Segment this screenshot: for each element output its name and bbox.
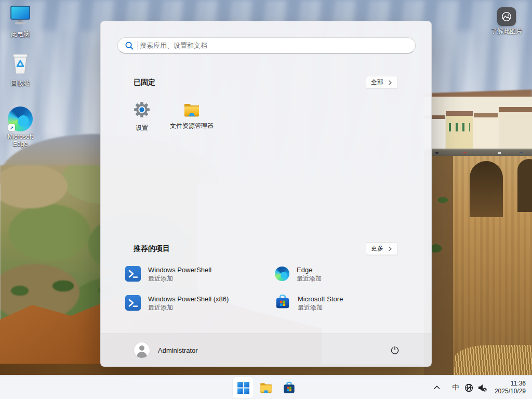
globe-no-network-icon: [464, 383, 474, 393]
taskbar-clock[interactable]: 11:36 2025/10/29: [495, 380, 526, 395]
file-explorer-icon: [259, 381, 273, 394]
network-status[interactable]: [462, 379, 476, 396]
pinned-item-label: 文件资源管理器: [170, 122, 214, 129]
pinned-grid: 设置 文件资源管理器: [117, 97, 217, 140]
recommended-item-sublabel: 最近添加: [148, 303, 229, 312]
shortcut-arrow-icon: ↗: [8, 124, 15, 131]
wallpaper-town: [424, 97, 532, 149]
pinned-item-label: 设置: [136, 124, 148, 131]
this-pc-icon: [8, 5, 32, 29]
start-menu: 已固定 全部: [100, 21, 432, 367]
recommended-item-sublabel: 最近添加: [148, 274, 211, 283]
tray-overflow-button[interactable]: [429, 379, 445, 396]
avatar[interactable]: [134, 342, 150, 358]
wallpaper-grass: [454, 345, 532, 376]
system-tray: 中 11:36 2025/10/29: [429, 376, 532, 399]
file-explorer-icon: [183, 101, 201, 118]
chevron-right-icon: [388, 246, 393, 251]
clock-time: 11:36: [495, 380, 526, 388]
spotlight-picture-icon: [497, 7, 516, 26]
wallpaper-road: [424, 149, 532, 156]
recommended-item-edge[interactable]: Edge 最近添加: [269, 259, 418, 288]
taskbar-center: [233, 377, 299, 398]
wallpaper-building: [499, 107, 532, 149]
microsoft-store-icon: [275, 294, 290, 312]
taskbar: 中 11:36 2025/10/29: [0, 375, 532, 399]
desktop: 此电脑 回收站 ↗ Microsoft Edge 了解此图片: [0, 0, 532, 399]
pinned-item-settings[interactable]: 设置: [117, 97, 167, 140]
recommended-item-label: Edge: [297, 265, 322, 274]
desktop-icon-spotlight[interactable]: 了解此图片: [487, 7, 526, 35]
wallpaper-building: [474, 113, 498, 149]
desktop-icon-label: 回收站: [11, 79, 30, 87]
search-input[interactable]: [117, 37, 416, 54]
recommended-title: 推荐的项目: [134, 244, 170, 254]
taskbar-microsoft-store-button[interactable]: [278, 377, 299, 398]
volume-muted-icon: [477, 383, 487, 393]
pinned-all-button[interactable]: 全部: [366, 76, 398, 89]
recommended-section-header: 推荐的项目 更多: [134, 242, 398, 255]
recommended-item-sublabel: 最近添加: [298, 303, 343, 312]
clock-date: 2025/10/29: [495, 388, 526, 395]
recommended-item-label: Windows PowerShell: [148, 265, 211, 274]
ime-indicator[interactable]: 中: [449, 379, 462, 396]
powershell-icon: [125, 266, 141, 282]
user-name[interactable]: Administrator: [158, 347, 198, 354]
power-button[interactable]: [385, 341, 404, 360]
start-search: [117, 37, 416, 54]
recommended-item-label: Microsoft Store: [298, 295, 343, 303]
desktop-icon-this-pc[interactable]: 此电脑: [1, 5, 40, 38]
chevron-right-icon: [388, 80, 393, 85]
desktop-icon-label: Microsoft Edge: [1, 133, 40, 148]
windows-start-icon: [237, 382, 249, 394]
start-button[interactable]: [233, 377, 254, 398]
edge-icon: ↗: [8, 107, 33, 131]
search-icon: [125, 41, 134, 50]
start-menu-footer: Administrator: [101, 334, 431, 366]
volume-status[interactable]: [476, 379, 489, 396]
power-icon: [390, 345, 400, 355]
taskbar-file-explorer-button[interactable]: [256, 377, 276, 398]
edge-icon: [275, 267, 289, 281]
pinned-item-file-explorer[interactable]: 文件资源管理器: [167, 97, 217, 140]
text-caret: [138, 41, 138, 50]
wallpaper-building: [446, 111, 473, 149]
recommended-more-button[interactable]: 更多: [366, 242, 398, 255]
recommended-grid: Windows PowerShell 最近添加 Edge 最近添加: [119, 259, 418, 317]
desktop-icon-label: 此电脑: [11, 31, 30, 38]
microsoft-store-icon: [283, 381, 296, 394]
pinned-section-header: 已固定 全部: [134, 76, 398, 89]
chevron-up-icon: [433, 383, 441, 392]
recycle-bin-icon: [8, 52, 32, 78]
pinned-title: 已固定: [134, 78, 155, 87]
recommended-item-powershell[interactable]: Windows PowerShell 最近添加: [119, 259, 269, 288]
settings-gear-icon: [133, 101, 151, 121]
recommended-item-label: Windows PowerShell (x86): [148, 295, 229, 303]
desktop-icon-edge[interactable]: ↗ Microsoft Edge: [1, 107, 40, 148]
recommended-item-microsoft-store[interactable]: Microsoft Store 最近添加: [269, 288, 418, 317]
powershell-icon: [125, 295, 141, 311]
desktop-icon-recycle-bin[interactable]: 回收站: [1, 52, 40, 87]
spotlight-label: 了解此图片: [491, 28, 522, 35]
recommended-item-powershell-x86[interactable]: Windows PowerShell (x86) 最近添加: [119, 288, 269, 317]
recommended-item-sublabel: 最近添加: [297, 274, 322, 283]
